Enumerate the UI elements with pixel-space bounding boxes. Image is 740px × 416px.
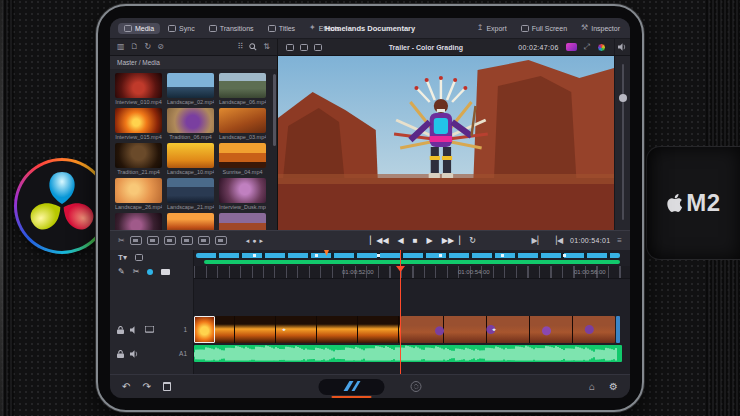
clip-thumbnail xyxy=(115,73,162,98)
media-item[interactable]: Landscape_26.mp4 xyxy=(115,178,162,210)
color-page-button[interactable] xyxy=(411,381,422,392)
tab-transitions[interactable]: Transitions xyxy=(203,23,260,34)
viewer[interactable] xyxy=(278,56,614,230)
pool-scrollbar[interactable] xyxy=(273,74,276,146)
flag-marker-icon[interactable] xyxy=(161,269,170,275)
color-wheel-icon[interactable] xyxy=(597,43,606,52)
home-button[interactable]: ⌂ xyxy=(589,381,595,392)
media-item[interactable]: Interview_Dusk.mp4 xyxy=(219,178,266,210)
timeline-overview-video[interactable] xyxy=(196,253,620,258)
viewmode-icon-3[interactable] xyxy=(314,44,322,51)
ripple-overwrite-icon[interactable] xyxy=(164,236,176,245)
playhead-timecode: 01:00:54:01 xyxy=(570,237,610,244)
grid-view-icon[interactable]: ⠿ xyxy=(237,43,243,51)
timeline-ruler[interactable]: 01:00:52:00 01:00:54:00 01:00:56:00 xyxy=(194,266,630,279)
play-icon[interactable]: ▶ xyxy=(427,236,433,245)
skip-end-icon[interactable]: ▶▶▕ xyxy=(442,236,460,245)
media-item[interactable]: Interview_010.mp4 xyxy=(115,73,162,105)
transform-icon[interactable]: ⤢ xyxy=(584,43,590,51)
skip-start-icon[interactable]: ▏◀◀ xyxy=(370,236,388,245)
media-item[interactable]: Tradition_06.mp4 xyxy=(167,108,214,140)
clip-thumbnail xyxy=(167,143,214,168)
video-track[interactable]: ◂▸ ◂▸ xyxy=(194,316,622,343)
jog-control[interactable]: ◂ ● ▸ xyxy=(246,237,263,245)
tab-sync[interactable]: Sync xyxy=(162,23,201,34)
timeline[interactable]: 01:00:52:00 01:00:54:00 01:00:56:00 T▾ ✎… xyxy=(110,250,630,374)
close-up-icon[interactable] xyxy=(181,236,193,245)
mute-icon[interactable] xyxy=(130,350,139,358)
tab-transitions-label: Transitions xyxy=(220,25,254,32)
draw-tool-icon[interactable]: ✎ xyxy=(118,267,125,276)
export-label: Export xyxy=(486,25,506,32)
clip-tool-icon[interactable] xyxy=(135,254,143,261)
sort-icon[interactable]: ⇅ xyxy=(263,43,270,51)
audio-track[interactable] xyxy=(194,345,622,362)
volume-slider[interactable] xyxy=(614,56,630,230)
clip-name: Landscape_26.mp4 xyxy=(115,204,162,210)
media-item[interactable]: Landscape_03.mp4 xyxy=(219,108,266,140)
panel-toggle-icon[interactable]: ▥ xyxy=(117,43,125,51)
title-tool-icon[interactable]: T▾ xyxy=(118,253,127,262)
media-item[interactable]: Sunrise_06.mp4 xyxy=(219,213,266,230)
search-icon[interactable] xyxy=(249,43,257,51)
razor-tool-icon[interactable]: ✂ xyxy=(118,237,125,245)
delete-button[interactable] xyxy=(163,382,171,391)
volume-handle[interactable] xyxy=(619,94,627,102)
media-item[interactable]: Landscape_10.mp4 xyxy=(167,143,214,175)
clip-color-icon[interactable] xyxy=(566,43,577,51)
speaker-icon[interactable] xyxy=(618,43,627,51)
media-item[interactable]: Tradition_21.mp4 xyxy=(115,143,162,175)
clip-name: Landscape_03.mp4 xyxy=(219,134,266,140)
audio-track-header: A1 xyxy=(110,345,194,362)
video-track-header: 1 xyxy=(110,316,194,343)
media-item[interactable]: Landscape_21.mp4 xyxy=(167,178,214,210)
mute-icon[interactable] xyxy=(130,326,139,334)
viewmode-icon-1[interactable] xyxy=(286,44,294,51)
timeline-menu-icon[interactable]: ≡ xyxy=(617,237,622,245)
lock-icon[interactable] xyxy=(117,350,124,358)
main-region: Master / Media Interview_010.mp4 Landsca… xyxy=(110,56,630,230)
timeline-clip-sunset[interactable] xyxy=(194,316,400,343)
prev-edit-icon[interactable]: ▕◀ xyxy=(551,236,563,245)
undo-button[interactable]: ↶ xyxy=(122,381,130,392)
export-button[interactable]: ↥ Export xyxy=(475,22,509,34)
inspector-button[interactable]: ⚒ Inspector xyxy=(579,22,622,34)
media-item[interactable]: Sunrise_04.mp4 xyxy=(219,143,266,175)
timeline-clip-dancer[interactable] xyxy=(401,316,615,343)
media-item[interactable]: Landscape_12.mp4 xyxy=(167,213,214,230)
timeline-clip-next[interactable] xyxy=(616,316,620,343)
media-item[interactable]: Landscape_02.mp4 xyxy=(167,73,214,105)
media-item[interactable]: Tradition_07.mp4 xyxy=(115,213,162,230)
lock-icon[interactable] xyxy=(117,326,124,334)
monitor-icon[interactable] xyxy=(145,326,154,333)
link-icon[interactable]: ⊘ xyxy=(157,43,164,51)
viewmode-icon-2[interactable] xyxy=(300,44,308,51)
effects-wand-icon: ✦ xyxy=(309,24,316,32)
play-reverse-icon[interactable]: ◀ xyxy=(398,236,404,245)
stop-icon[interactable]: ■ xyxy=(413,236,418,245)
media-item[interactable]: Interview_015.mp4 xyxy=(115,108,162,140)
next-edit-icon[interactable]: ▶▏ xyxy=(531,236,543,245)
loop-icon[interactable]: ↻ xyxy=(469,236,476,245)
breadcrumb[interactable]: Master / Media xyxy=(110,56,277,69)
split-tool-icon[interactable]: ✂ xyxy=(133,267,140,276)
relink-icon[interactable]: ↻ xyxy=(145,43,152,51)
media-pool: Master / Media Interview_010.mp4 Landsca… xyxy=(110,56,278,230)
tab-titles[interactable]: Titles xyxy=(262,23,301,34)
new-bin-icon[interactable]: 🗋 xyxy=(131,43,139,51)
selected-frame[interactable] xyxy=(194,316,215,343)
place-on-top-icon[interactable] xyxy=(198,236,210,245)
smart-insert-icon[interactable] xyxy=(130,236,142,245)
transition-marker-icon[interactable]: ◂▸ xyxy=(492,326,495,332)
cut-page-button[interactable] xyxy=(319,379,385,395)
media-item[interactable]: Landscape_06.mp4 xyxy=(219,73,266,105)
redo-button[interactable]: ↷ xyxy=(142,381,150,392)
transition-marker-icon[interactable]: ◂▸ xyxy=(282,326,285,332)
settings-button[interactable]: ⚙ xyxy=(609,381,618,392)
source-overwrite-icon[interactable] xyxy=(215,236,227,245)
tab-media[interactable]: Media xyxy=(118,23,160,34)
snap-toggle-icon[interactable] xyxy=(147,269,153,275)
append-icon[interactable] xyxy=(147,236,159,245)
clip-thumbnail xyxy=(115,178,162,203)
fullscreen-button[interactable]: Full Screen xyxy=(519,23,569,34)
